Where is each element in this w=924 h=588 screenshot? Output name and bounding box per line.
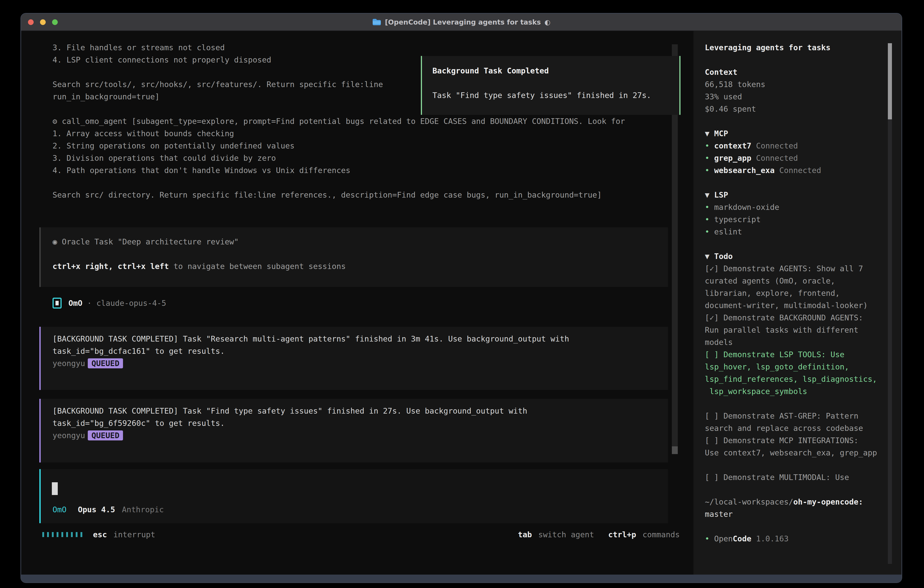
terminal-line: • websearch_exa Connected [705, 164, 884, 177]
sidebar-scrollbar-track[interactable] [888, 43, 892, 564]
text-segment: 66,518 tokens [705, 80, 765, 89]
agent-name: OmO [68, 299, 82, 308]
text-segment: ▼ [705, 252, 714, 261]
agent-square-icon [53, 297, 62, 309]
text-segment: 4. Path operations that don't handle Win… [53, 166, 350, 175]
text-segment: Search src/tools/, src/hooks/, src/featu… [53, 80, 383, 89]
text-segment: curated agents (OmO, oracle, [705, 276, 835, 285]
titlebar: [OpenCode] Leveraging agents for tasks ◐ [21, 14, 901, 31]
terminal-line: [✓] Demonstrate BACKGROUND AGENTS: [705, 312, 884, 324]
terminal-line: task_id="bg_dcfac161" to get results. [53, 345, 668, 357]
text-segment: to navigate between subagent sessions [169, 262, 346, 271]
terminal-line: Run parallel tasks with different [705, 324, 884, 336]
text-segment: Connected [751, 154, 798, 163]
spinner-dots-icon [42, 532, 82, 537]
text-segment: [✓] Demonstrate AGENTS: Show all 7 [705, 264, 863, 273]
text-segment: • [705, 203, 714, 212]
text-segment: librarian, explore, frontend, [705, 289, 840, 297]
text-segment: task_id="bg_dcfac161" to get results. [53, 347, 224, 356]
terminal-line: ~/local-workspaces/oh-my-opencode: [705, 496, 884, 508]
minimize-button[interactable] [40, 19, 46, 25]
agent-header-text: OmO · claude-opus-4-5 [68, 299, 166, 308]
terminal-line: ▼ MCP [705, 127, 884, 140]
text-segment: ⚙ call_omo_agent [subagent_type=explore,… [53, 117, 625, 126]
terminal-line: 2. String operations on potentially unde… [53, 140, 671, 152]
text-segment: ~/local-workspaces/ [705, 497, 793, 506]
terminal-line: 3. File handles or streams not closed [53, 41, 671, 54]
text-segment: typescript [714, 215, 761, 224]
terminal-line: master [705, 508, 884, 520]
text-segment: Search src/ directory. Return specific f… [53, 190, 602, 200]
status-badge: QUEUED [88, 358, 123, 368]
terminal-line: ▼ Todo [705, 250, 884, 263]
text-segment: • [705, 166, 714, 175]
tab-key-label: switch agent [538, 530, 594, 539]
sidebar-scrollbar-thumb[interactable] [888, 43, 892, 119]
text-segment: lsp_find_references, lsp_diagnostics, [705, 375, 877, 383]
terminal-line: 1. Array access without bounds checking [53, 127, 671, 140]
terminal-line [705, 459, 884, 471]
text-segment: oh-my-opencode: [793, 497, 863, 506]
terminal-line: • grep_app Connected [705, 152, 884, 164]
terminal-line [705, 238, 884, 250]
text-segment: search and replace across codebase [705, 424, 863, 433]
terminal-line [53, 248, 668, 260]
oracle-task-panel: ◉ Oracle Task "Deep architecture review"… [40, 227, 668, 287]
text-segment: ◉ Oracle Task "Deep architecture review" [53, 237, 239, 246]
text-segment: ▼ [705, 129, 714, 138]
text-segment: 2. String operations on potentially unde… [53, 141, 294, 150]
text-segment: markdown-oxide [714, 203, 779, 212]
terminal-line: $0.46 spent [705, 103, 884, 115]
terminal-line: lsp_hover, lsp_goto_definition, [705, 361, 884, 373]
terminal-line: Use context7, websearch_exa, grep_app [705, 447, 884, 459]
ctrlp-key-label: commands [642, 530, 680, 539]
tab-key-hint: tab [518, 530, 532, 539]
theme-moon-icon: ◐ [544, 18, 550, 26]
text-segment: [ ] Demonstrate LSP TOOLS: Use [705, 350, 845, 359]
prompt-input[interactable]: OmO Opus 4.5 Anthropic [40, 469, 668, 523]
status-bar: esc interrupt tab switch agent ctrl+p co… [22, 529, 680, 541]
terminal-line [705, 54, 884, 66]
folder-icon [372, 18, 381, 26]
zoom-button[interactable] [52, 19, 58, 25]
chat-scrollbar-thumb[interactable] [672, 446, 678, 454]
text-segment: [✓] Demonstrate BACKGROUND AGENTS: [705, 313, 863, 322]
agent-model-name: claude-opus-4-5 [96, 299, 166, 308]
input-model-name: Opus 4.5 [78, 505, 115, 514]
text-segment: run_in_background=true] [53, 92, 160, 101]
screenshot-stage: [OpenCode] Leveraging agents for tasks ◐… [0, 0, 924, 588]
terminal-line: 4. Path operations that don't handle Win… [53, 164, 671, 177]
terminal-line: • OpenCode 1.0.163 [705, 532, 884, 545]
terminal-line: lsp_find_references, lsp_diagnostics, [705, 373, 884, 385]
text-segment: yeongyu [53, 431, 85, 440]
agent-dot: · [87, 299, 92, 308]
terminal-line: ▼ LSP [705, 189, 884, 201]
terminal-line [705, 115, 884, 127]
notification-toast: Background Task Completed Task "Find typ… [421, 56, 680, 115]
input-provider-name: Anthropic [122, 505, 164, 514]
text-segment: Connected [775, 166, 821, 175]
text-segment: $0.46 spent [705, 104, 756, 114]
text-segment: Leveraging agents for tasks [705, 43, 830, 52]
terminal-line: yeongyuQUEUED [53, 429, 668, 441]
terminal-line: • context7 Connected [705, 140, 884, 152]
text-segment: Context [705, 68, 738, 77]
terminal-line [705, 520, 884, 532]
window-title-text: [OpenCode] Leveraging agents for tasks [385, 18, 541, 26]
text-segment: 4. LSP client connections not properly d… [53, 55, 271, 64]
input-agent-name: OmO [53, 505, 66, 514]
close-button[interactable] [28, 19, 34, 25]
text-segment: context7 [714, 141, 751, 150]
background-task-message: [BACKGROUND TASK COMPLETED] Task "Find t… [40, 399, 668, 462]
text-segment: • [705, 534, 714, 543]
terminal-line: [ ] Demonstrate MULTIMODAL: Use [705, 471, 884, 483]
text-segment: • [705, 154, 714, 163]
terminal-line: models [705, 336, 884, 349]
terminal-line: 66,518 tokens [705, 78, 884, 91]
ctrlp-key-hint: ctrl+p [608, 530, 636, 539]
text-segment: Connected [751, 141, 798, 150]
terminal-line: search and replace across codebase [705, 422, 884, 434]
terminal-line: [ ] Demonstrate AST-GREP: Pattern [705, 410, 884, 422]
text-segment: task_id="bg_6f59260c" to get results. [53, 419, 224, 428]
text-segment: LSP [714, 190, 728, 200]
